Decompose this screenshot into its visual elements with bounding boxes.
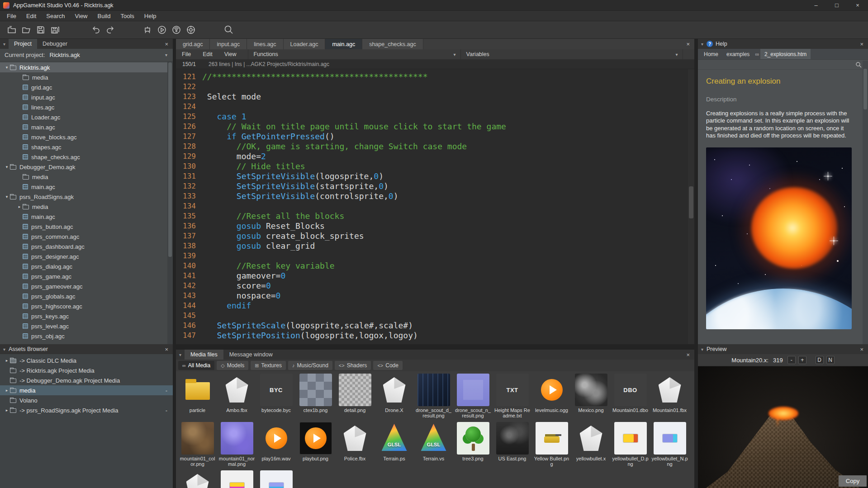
asset-folder-row[interactable]: media - xyxy=(0,385,173,395)
asset-folder-row[interactable]: -> Ricktris.agk Project Media - xyxy=(0,365,173,375)
media-item[interactable]: yellowbullet_D.png xyxy=(612,422,650,470)
expander-icon[interactable] xyxy=(16,204,23,209)
chevron-down-icon[interactable]: ▾ xyxy=(176,352,185,357)
media-item[interactable]: US East.png xyxy=(493,422,531,470)
media-item[interactable]: DBO Mountain01.dbo xyxy=(612,374,650,422)
editor-menu-item[interactable]: Edit xyxy=(197,49,218,59)
menu-item[interactable]: Search xyxy=(41,11,70,21)
expander-icon[interactable] xyxy=(4,65,10,70)
tree-item[interactable]: psrs_designer.agc xyxy=(0,251,167,261)
editor-tab[interactable]: input.agc xyxy=(210,39,247,49)
tree-item[interactable]: lines.agc xyxy=(0,102,167,112)
asset-folder-row[interactable]: -> Classic DLC Media - xyxy=(0,355,173,365)
close-icon[interactable]: × xyxy=(682,41,694,47)
expander-icon[interactable] xyxy=(4,358,10,363)
open-project-button[interactable] xyxy=(19,23,33,37)
menu-item[interactable]: Help xyxy=(139,11,161,21)
close-icon[interactable]: × xyxy=(160,346,173,353)
media-filter-button[interactable]: ∞ All Media xyxy=(178,361,214,370)
tree-item[interactable]: psrs_game.agc xyxy=(0,271,167,281)
copy-button[interactable]: Copy xyxy=(839,475,867,487)
tree-item[interactable]: Loader.agc xyxy=(0,112,167,122)
media-item[interactable]: mountain01_color.png xyxy=(179,422,217,470)
tree-item[interactable]: psrs_gameover.agc xyxy=(0,281,167,291)
tree-item[interactable]: shapes.agc xyxy=(0,142,167,152)
tree-item[interactable]: move_blocks.agc xyxy=(0,132,167,142)
media-item[interactable]: Yellow Bullet.png xyxy=(533,422,571,470)
tree-item[interactable]: psrs_globals.agc xyxy=(0,291,167,301)
tree-item[interactable]: main.agc xyxy=(0,212,167,222)
maximize-button[interactable]: □ xyxy=(826,0,847,10)
scrollbar-thumb[interactable] xyxy=(689,186,693,218)
close-button[interactable]: × xyxy=(847,0,868,10)
media-item[interactable]: yellowbullet.x xyxy=(572,422,610,470)
editor-tab[interactable]: Loader.agc xyxy=(284,39,326,49)
media-item[interactable]: particle xyxy=(179,374,217,422)
media-item[interactable]: Ambo.fbx xyxy=(218,374,256,422)
tree-item[interactable]: psrs_dialog.agc xyxy=(0,261,167,271)
editor-tab[interactable]: main.agc xyxy=(325,39,362,49)
media-item[interactable]: Police.fbx xyxy=(336,422,374,470)
panel-tab[interactable]: Media files xyxy=(185,350,223,360)
tree-item[interactable]: media xyxy=(0,72,167,82)
current-project-row[interactable]: Current project: Ricktris.agk ▾ xyxy=(0,49,173,62)
chevron-down-icon[interactable]: ▾ xyxy=(698,347,707,352)
media-filter-button[interactable]: ♪ Music/Sound xyxy=(288,361,332,370)
media-item[interactable]: levelmusic.ogg xyxy=(533,374,571,422)
help-document-tab[interactable]: 2_explosions.htm xyxy=(760,49,811,59)
media-item[interactable]: playbut.png xyxy=(297,422,335,470)
minimize-button[interactable]: – xyxy=(806,0,826,10)
chevron-down-icon[interactable]: ▾ xyxy=(0,42,9,47)
tree-item[interactable]: psrs_keys.agc xyxy=(0,311,167,321)
expander-icon[interactable] xyxy=(4,165,10,169)
media-item[interactable]: Mountain01.fbx xyxy=(651,374,688,422)
media-item[interactable]: GLSL Terrain.vs xyxy=(415,422,453,470)
editor-menu-item[interactable]: View xyxy=(218,49,242,59)
undo-button[interactable] xyxy=(89,23,103,37)
media-item[interactable]: Mexico.png xyxy=(572,374,610,422)
media-item[interactable]: play16m.wav xyxy=(257,422,295,470)
tree-item[interactable]: psrs_level.agc xyxy=(0,321,167,331)
media-item[interactable] xyxy=(218,470,256,488)
expander-icon[interactable] xyxy=(4,388,10,393)
panel-tab[interactable]: Project xyxy=(9,39,37,49)
variables-dropdown[interactable]: Variables ▾ xyxy=(460,49,683,59)
media-item[interactable]: BYC bytecode.byc xyxy=(257,374,295,422)
help-content[interactable]: Creating an explosion Description Creati… xyxy=(698,71,863,344)
asset-folder-row[interactable]: Volano - xyxy=(0,395,173,405)
menu-item[interactable]: File xyxy=(2,11,21,21)
redo-button[interactable] xyxy=(103,23,118,37)
help-nav-tab[interactable]: examples xyxy=(722,49,754,59)
diffuse-toggle-button[interactable]: D xyxy=(816,356,824,364)
help-search-bar[interactable] xyxy=(698,60,868,70)
tree-item[interactable]: psrs_RoadSigns.agk xyxy=(0,192,167,202)
media-filter-button[interactable]: ◇ Models xyxy=(217,361,248,370)
media-item[interactable]: drone_scout_n_result.png xyxy=(454,374,492,422)
media-filter-button[interactable]: ⊞ Textures xyxy=(251,361,286,370)
tree-item[interactable]: shape_checks.agc xyxy=(0,152,167,162)
new-project-button[interactable] xyxy=(5,23,19,37)
menu-item[interactable]: Build xyxy=(93,11,116,21)
media-item[interactable]: tree3.png xyxy=(454,422,492,470)
preview-field-value[interactable]: 319 xyxy=(773,357,783,364)
save-all-button[interactable] xyxy=(48,23,62,37)
media-item[interactable]: ctex1b.png xyxy=(297,374,335,422)
functions-dropdown[interactable]: Functions ▾ xyxy=(248,49,460,59)
menu-item[interactable]: Edit xyxy=(21,11,41,21)
menu-item[interactable]: View xyxy=(70,11,93,21)
menu-item[interactable]: Tools xyxy=(115,11,139,21)
tree-item[interactable]: Debugger_Demo.agk xyxy=(0,162,167,172)
media-item[interactable]: detail.png xyxy=(336,374,374,422)
decrement-button[interactable]: - xyxy=(787,356,796,364)
close-icon[interactable]: × xyxy=(160,41,173,47)
tree-item[interactable]: grid.agc xyxy=(0,82,167,92)
editor-tab[interactable]: lines.agc xyxy=(247,39,283,49)
close-icon[interactable]: × xyxy=(682,351,694,358)
debug-button[interactable] xyxy=(184,23,198,37)
asset-folder-row[interactable]: -> Debugger_Demo.agk Project Media - xyxy=(0,375,173,385)
tree-item[interactable]: Ricktris.agk xyxy=(0,62,167,72)
media-item[interactable]: yellowbullet_N.png xyxy=(651,422,688,470)
scrollbar-thumb[interactable] xyxy=(863,69,867,109)
media-item[interactable] xyxy=(257,470,295,488)
close-icon[interactable]: × xyxy=(855,346,868,353)
